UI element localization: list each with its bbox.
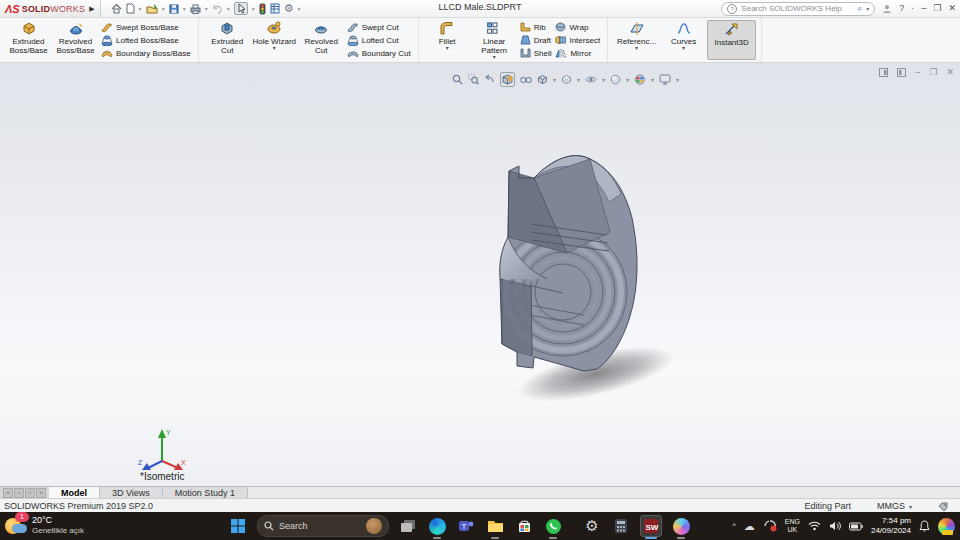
more-options[interactable]: · [911,1,914,16]
apply-scene-icon[interactable] [634,74,646,85]
hole-wizard-button[interactable]: Hole Wizard ▾ [251,20,298,60]
custom-properties-tag-icon[interactable] [938,502,948,511]
file-explorer-icon[interactable] [485,516,505,536]
lofted-cut-button[interactable]: Lofted Cut [347,35,411,46]
edit-appearance-icon[interactable] [610,74,621,85]
select-cursor-icon[interactable] [234,2,248,15]
search-caret-icon[interactable]: ▾ [866,5,869,12]
revolved-boss-base-button[interactable]: Revolved Boss/Base [52,20,99,60]
display-style-icon[interactable] [561,74,572,85]
tab-last-button[interactable]: » [36,488,46,498]
boundary-boss-base-button[interactable]: Boundary Boss/Base [101,48,191,58]
zoom-area-icon[interactable] [468,74,479,85]
help-search-box[interactable]: ? Search SOLIDWORKS Help ⌕ ▾ [721,2,875,16]
boundary-cut-button[interactable]: Boundary Cut [347,48,411,58]
section-view-icon[interactable] [500,72,515,87]
dynamic-annotation-icon[interactable] [520,75,532,85]
dropdown-caret[interactable]: ▾ [577,76,580,83]
restore-button[interactable]: ❐ [933,1,941,16]
extruded-boss-base-button[interactable]: Extruded Boss/Base [5,20,52,60]
minimize-button[interactable]: – [921,1,926,16]
dropdown-caret[interactable]: ▾ [602,76,605,83]
rib-button[interactable]: Rib [520,22,552,32]
mirror-button[interactable]: Mirror [555,48,600,58]
tab-prev-button[interactable]: ‹ [14,488,24,498]
view-orientation-icon[interactable] [537,74,548,85]
doc-minimize-button[interactable]: – [915,67,920,77]
screen-record-icon[interactable] [763,520,777,532]
dropdown-caret[interactable]: ▾ [553,76,556,83]
start-icon[interactable] [228,516,248,536]
swept-boss-base-button[interactable]: Swept Boss/Base [101,22,191,32]
teams-icon[interactable]: T [456,516,476,536]
copilot-icon[interactable] [671,516,691,536]
print-icon[interactable] [190,4,201,14]
reference-geometry-button[interactable]: Referenc... ▾ [613,20,660,60]
close-button[interactable]: ✕ [948,1,956,16]
open-file-icon[interactable] [146,4,158,14]
settings-icon[interactable]: ⚙ [582,516,602,536]
dropdown-caret[interactable]: ▾ [635,46,638,51]
dropdown-caret[interactable]: ▾ [676,76,679,83]
file-properties-icon[interactable] [270,3,280,14]
wifi-icon[interactable] [808,521,821,531]
weather-widget[interactable]: 1 20°C Genellikle açık [5,514,84,536]
linear-pattern-button[interactable]: Linear Pattern ▾ [471,20,518,60]
search-icon[interactable]: ⌕ [857,3,862,14]
whatsapp-icon[interactable] [543,516,563,536]
tab-first-button[interactable]: « [3,488,13,498]
lofted-boss-base-button[interactable]: Lofted Boss/Base [101,35,191,46]
feature-pane-icon[interactable] [879,68,888,77]
battery-icon[interactable] [849,522,863,531]
dropdown-caret[interactable]: ▾ [651,76,654,83]
widgets-icon[interactable] [938,518,955,535]
doc-restore-button[interactable]: ❐ [929,67,937,77]
onedrive-cloud-icon[interactable]: ☁ [744,520,755,533]
solidworks-icon[interactable]: SW [640,515,662,537]
units-selector[interactable]: MMGS▾ [877,501,912,511]
model-llcd-male[interactable] [468,140,678,410]
task-view-icon[interactable] [398,516,418,536]
calculator-icon[interactable] [611,516,631,536]
dropdown-caret[interactable]: ▾ [446,46,449,51]
extruded-cut-button[interactable]: Extruded Cut [204,20,251,60]
tray-chevron-icon[interactable]: ^ [732,522,735,530]
dropdown-caret[interactable]: ▾ [273,46,276,51]
solidworks-logo[interactable]: ΛS SOLIDWORKS ▶ [0,0,101,17]
fillet-button[interactable]: Fillet ▾ [424,20,471,60]
zoom-fit-icon[interactable] [452,74,463,85]
draft-button[interactable]: Draft [520,35,552,45]
shell-button[interactable]: Shell [520,48,552,58]
menu-flyout-arrow[interactable]: ▶ [89,5,94,13]
speaker-icon[interactable] [829,521,841,531]
notification-bell-icon[interactable] [919,520,930,532]
new-file-icon[interactable] [126,3,135,14]
dropdown-caret[interactable]: ▾ [493,55,496,60]
wrap-button[interactable]: Wrap [555,22,600,32]
doc-close-button[interactable]: ✕ [946,67,954,77]
hide-show-items-icon[interactable] [585,75,597,84]
options-gear-icon[interactable]: ⚙ [284,2,294,15]
view-settings-icon[interactable] [659,74,671,85]
dropdown-caret[interactable]: ▾ [626,76,629,83]
taskbar-search-box[interactable]: Search [257,515,389,537]
home-icon[interactable] [111,3,122,14]
user-account-icon[interactable] [882,4,892,14]
undo-icon[interactable] [212,4,223,14]
save-icon[interactable] [169,4,179,14]
previous-view-icon[interactable] [484,74,495,85]
language-indicator[interactable]: ENG UK [785,518,800,535]
curves-button[interactable]: Curves ▾ [660,20,707,60]
swept-cut-button[interactable]: Swept Cut [347,22,411,32]
tab-next-button[interactable]: › [25,488,35,498]
help-button[interactable]: ? [899,1,904,16]
revolved-cut-button[interactable]: Revolved Cut [298,20,345,60]
instant3d-button[interactable]: Instant3D [707,20,756,60]
clock[interactable]: 7:54 pm 24/09/2024 [871,516,911,536]
rebuild-icon[interactable] [259,3,266,15]
dropdown-caret[interactable]: ▾ [682,46,685,51]
edge-icon[interactable] [427,516,447,536]
store-icon[interactable] [514,516,534,536]
task-pane-icon[interactable] [897,68,906,77]
intersect-button[interactable]: Intersect [555,35,600,45]
